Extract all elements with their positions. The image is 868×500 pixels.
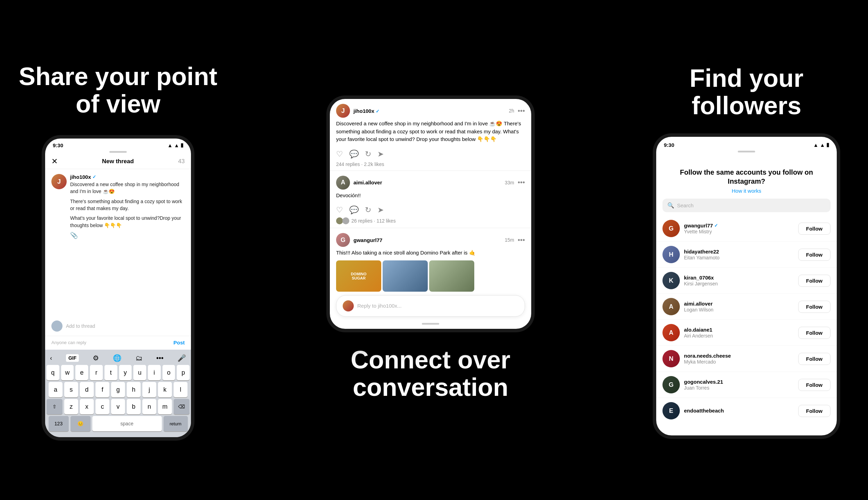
key-v[interactable]: v [111,399,125,414]
key-j[interactable]: j [142,382,156,397]
key-d[interactable]: d [80,382,94,397]
battery-icon: ▮ [181,142,183,148]
back-key[interactable]: ‹ [50,355,52,362]
feed-post-3-header: G gwangurl77 15m ••• [336,233,525,247]
repost-icon-1[interactable]: ↻ [365,150,371,159]
wifi-icon-r: ▲ [813,142,818,148]
follow-button-5[interactable]: Follow [798,353,831,365]
key-i[interactable]: i [148,365,161,380]
follow-avatar-7: E [662,402,680,419]
status-bar: 9:30 ▲ ▲ ▮ [45,139,191,148]
share-icon-2[interactable]: ➤ [377,206,384,215]
feed-avatar-3: G [336,233,350,247]
follow-item-7: E endoatthebeach Follow [656,398,837,424]
reply-placeholder[interactable]: Reply to jiho100x... [357,303,518,309]
follow-title: Follow the same accounts you follow on I… [665,168,828,186]
share-icon-1[interactable]: ➤ [377,150,384,159]
follow-info-3: aimi.allover Logan Wilson [684,301,794,312]
left-title: Share your point of view [14,63,222,118]
key-space[interactable]: space [92,416,162,431]
key-emoji[interactable]: 😊 [70,416,91,431]
attachment-icon[interactable]: 📎 [70,232,185,239]
search-input[interactable]: Search [677,202,694,208]
key-b[interactable]: b [127,399,141,414]
key-p[interactable]: p [177,365,190,380]
sticker-icon[interactable]: 🗂 [135,354,142,362]
signal-icon-r: ▲ [820,142,825,148]
key-r[interactable]: r [90,365,103,380]
mic-icon[interactable]: 🎤 [177,354,186,362]
key-e[interactable]: e [75,365,88,380]
key-q[interactable]: q [47,365,59,380]
key-h[interactable]: h [127,382,141,397]
feed-time-1: 2h [509,108,514,114]
follow-status-icons: ▲ ▲ ▮ [813,142,829,148]
follow-button-1[interactable]: Follow [798,249,831,261]
feed-more-2[interactable]: ••• [518,178,525,186]
like-icon-1[interactable]: ♡ [336,150,343,159]
translate-icon[interactable]: 🌐 [113,354,122,362]
key-f[interactable]: f [95,382,109,397]
follow-item-4: A alo.daiane1 Airi Andersen Follow [656,320,837,346]
follow-button-0[interactable]: Follow [798,223,831,235]
repost-icon-2[interactable]: ↻ [365,206,371,215]
comment-icon-2[interactable]: 💬 [349,206,359,215]
key-shift[interactable]: ⇧ [47,399,62,414]
follow-button-3[interactable]: Follow [798,301,831,313]
key-c[interactable]: c [95,399,109,414]
key-u[interactable]: u [133,365,146,380]
follow-item-6: G gogoncalves.21 Juan Torres Follow [656,372,837,398]
key-delete[interactable]: ⌫ [174,399,190,414]
close-button[interactable]: ✕ [51,157,58,166]
key-g[interactable]: g [111,382,125,397]
follow-handle-4: alo.daiane1 [684,327,794,333]
wifi-icon: ▲ [167,142,173,148]
follow-info-0: gwangurl77 ✓ Yvette Mistry [684,223,794,234]
thread-reply-row: Add to thread [45,320,191,336]
key-n[interactable]: n [142,399,156,414]
feed-more-3[interactable]: ••• [518,236,525,244]
key-a[interactable]: a [49,382,62,397]
key-y[interactable]: y [119,365,132,380]
key-return[interactable]: return [164,416,188,431]
follow-button-7[interactable]: Follow [798,405,831,417]
key-s[interactable]: s [64,382,78,397]
key-z[interactable]: z [64,399,78,414]
follow-button-6[interactable]: Follow [798,379,831,391]
how-it-works[interactable]: How it works [665,188,828,194]
follow-button-4[interactable]: Follow [798,327,831,339]
feed-post-1-header: J jiho100x ✓ 2h ••• [336,104,525,118]
key-l[interactable]: l [174,382,187,397]
follow-info-5: nora.needs.cheese Myka Mercado [684,353,794,365]
key-w[interactable]: w [61,365,74,380]
reply-input-bar[interactable]: Reply to jiho100x... [336,295,525,317]
gear-icon[interactable]: ⚙ [93,354,99,362]
comment-icon-1[interactable]: 💬 [349,150,359,159]
follow-info-1: hidayathere22 Eitan Yamamoto [684,249,794,260]
feed-post-2-left: A aimi.allover [336,176,382,190]
search-icon: 🔍 [667,202,674,209]
follow-name-4: Airi Andersen [684,333,794,339]
post-button[interactable]: Post [173,340,185,345]
follow-button-2[interactable]: Follow [798,275,831,287]
post-text-1: Discovered a new coffee shop in my neigh… [70,181,185,195]
follow-item-3: A aimi.allover Logan Wilson Follow [656,294,837,320]
key-m[interactable]: m [158,399,172,414]
post-text-3: What's your favorite local spot to unwin… [70,215,185,229]
follow-name-1: Eitan Yamamoto [684,255,794,260]
key-x[interactable]: x [80,399,94,414]
follow-info-2: kiran_0706x Kirsi Jørgensen [684,275,794,286]
feed-more-1[interactable]: ••• [518,107,525,115]
key-t[interactable]: t [105,365,117,380]
like-icon-2[interactable]: ♡ [336,206,343,215]
more-icon[interactable]: ••• [156,354,164,362]
feed-post-1-right: 2h ••• [509,107,525,115]
add-to-thread-input[interactable]: Add to thread [66,323,185,329]
search-bar[interactable]: 🔍 Search [662,199,831,212]
key-k[interactable]: k [158,382,172,397]
follow-name-0: Yvette Mistry [684,229,794,234]
thread-count: 43 [178,158,185,165]
key-o[interactable]: o [162,365,175,380]
key-num[interactable]: 123 [49,416,69,431]
gif-key[interactable]: GIF [66,354,79,362]
